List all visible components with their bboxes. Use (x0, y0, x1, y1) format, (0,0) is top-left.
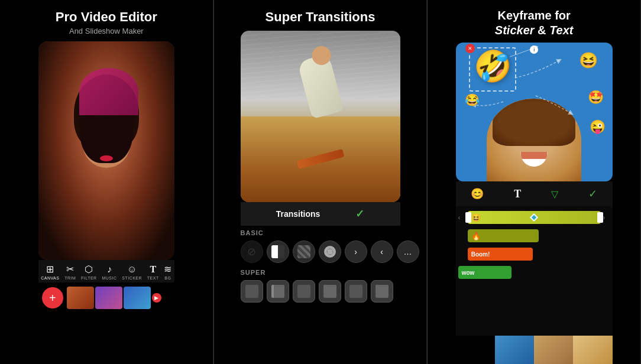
trans-none-btn[interactable]: ⊘ (241, 240, 263, 263)
emoji-bottom-right[interactable]: 😜 (590, 119, 606, 135)
skater-photo (241, 31, 400, 202)
tool-bg[interactable]: ≋ BG (164, 264, 171, 280)
keyframe-screen: i 🤣 😆 😂 🤩 😜 (456, 43, 613, 181)
kf-thumb-3[interactable] (534, 336, 573, 364)
skater-person (285, 57, 356, 163)
sticker-label: STICKER (122, 276, 142, 280)
kf-thumb-2[interactable] (495, 336, 534, 364)
filter-tool[interactable]: ▽ (551, 188, 558, 200)
super-btn-1[interactable] (241, 280, 263, 303)
timeline-row-2: 🔥 (458, 228, 610, 243)
trans-right-btn[interactable]: › (345, 240, 367, 263)
filmstrip: + ▶ (38, 282, 174, 313)
tool-filter[interactable]: ⬡ FILTER (81, 264, 97, 280)
emoji-mid-right[interactable]: 🤩 (588, 90, 604, 105)
super-btn-3[interactable] (293, 280, 315, 303)
timeline-row-3: Boom! (458, 246, 610, 262)
person-face (487, 99, 581, 181)
trans-left-btn[interactable]: ‹ (371, 240, 393, 263)
laughing-emoji[interactable]: 🤣 (474, 48, 512, 84)
super-btn-6[interactable] (371, 280, 393, 303)
arrow-right-icon: › (354, 247, 357, 256)
panel-1: Pro Video Editor And Slideshow Maker ⊞ C… (0, 0, 213, 364)
trans-more-btn[interactable]: … (397, 240, 419, 263)
skater-background (241, 31, 400, 202)
tool-text[interactable]: T TEXT (147, 264, 159, 280)
transitions-check-icon[interactable]: ✓ (355, 207, 364, 220)
tl-arrow-1: ‹ (458, 214, 465, 221)
basic-section-label: BASIC (241, 226, 400, 238)
trans-circle-btn[interactable] (319, 240, 341, 263)
super-btn-2[interactable] (267, 280, 289, 303)
checker-transition-icon (297, 245, 310, 258)
transitions-label: Transitions (276, 209, 320, 219)
more-icon: … (404, 247, 412, 256)
sticker-icon: ☺ (127, 264, 137, 275)
kf-thumbnail-strip (456, 336, 613, 364)
timeline-row-1: ‹ 😆 › (458, 210, 610, 225)
canvas-label: CANVAS (41, 276, 59, 280)
text-tool[interactable]: T (514, 188, 521, 200)
trim-icon: ✂ (66, 264, 74, 275)
wow-text: wow (462, 269, 475, 276)
fire-timeline-track[interactable]: 🔥 (468, 229, 539, 242)
skater-board (296, 148, 344, 168)
emoji-tool[interactable]: 😊 (471, 187, 484, 200)
tool-trim[interactable]: ✂ TRIM (64, 264, 76, 280)
panel1-title: Pro Video Editor (56, 9, 157, 25)
text-icon: T (150, 264, 156, 275)
kf-thumb-1[interactable] (456, 336, 495, 364)
emoji-top-right[interactable]: 😆 (579, 51, 598, 70)
boom-text: Boom! (471, 251, 490, 258)
confirm-tool[interactable]: ✓ (588, 187, 597, 200)
track-handle-left[interactable] (465, 212, 471, 223)
trim-label: TRIM (64, 276, 76, 280)
text-text: Text (549, 24, 573, 37)
tool-music[interactable]: ♪ MUSIC (102, 264, 116, 280)
film-frame-3[interactable] (124, 287, 151, 309)
wow-timeline-track[interactable]: wow (458, 266, 511, 279)
timeline-row-4: wow (458, 265, 610, 280)
lips-decoration (100, 155, 113, 161)
keyframe-diamond[interactable] (530, 213, 538, 222)
add-clip-button[interactable]: + (42, 287, 63, 308)
panel2-title: Super Transitions (266, 9, 375, 25)
track-handle-right[interactable] (597, 212, 603, 223)
arrow-left-icon: ‹ (380, 247, 383, 256)
music-label: MUSIC (102, 276, 116, 280)
open-mouth (521, 152, 548, 167)
panel3-title: Keyframe for Sticker & Text (495, 8, 574, 38)
super-btn-4[interactable] (319, 280, 341, 303)
trans-checker-btn[interactable] (293, 240, 315, 263)
boom-timeline-track[interactable]: Boom! (468, 248, 533, 261)
tool-canvas[interactable]: ⊞ CANVAS (41, 264, 59, 280)
split-transition-icon (271, 245, 284, 258)
headscarf-decoration (79, 68, 138, 115)
panel-2: Super Transitions Transitions ✓ BASIC ⊘ (214, 0, 428, 364)
skater-head (312, 46, 331, 65)
circle-transition-icon (324, 246, 336, 258)
ampersand-text: & (535, 24, 550, 37)
film-frame-2[interactable] (95, 287, 122, 309)
bg-label: BG (164, 276, 171, 280)
basic-transitions-row: ⊘ › ‹ … (241, 238, 400, 265)
track-emoji: 😆 (471, 213, 481, 222)
canvas-icon: ⊞ (46, 264, 54, 275)
super-btn-5[interactable] (345, 280, 367, 303)
kf-thumb-4[interactable] (573, 336, 612, 364)
text-label: TEXT (147, 276, 159, 280)
no-transition-icon: ⊘ (247, 245, 256, 258)
sticker-timeline-track[interactable]: 😆 (468, 211, 601, 224)
trans-split-btn[interactable] (267, 240, 289, 263)
fire-emoji: 🔥 (471, 232, 481, 240)
tool-sticker[interactable]: ☺ STICKER (122, 264, 142, 280)
film-frame-1[interactable] (67, 287, 94, 309)
filmstrip-arrow: ▶ (152, 293, 161, 303)
music-icon: ♪ (107, 264, 112, 275)
portrait-photo (38, 41, 174, 260)
panel-3: Keyframe for Sticker & Text i 🤣 😆 😂 🤩 😜 (428, 0, 641, 364)
keyframe-text: Keyframe for (497, 9, 570, 22)
panel1-subtitle: And Slideshow Maker (69, 27, 144, 35)
emoji-mid-left[interactable]: 😂 (465, 93, 480, 107)
filter-label: FILTER (81, 276, 97, 280)
